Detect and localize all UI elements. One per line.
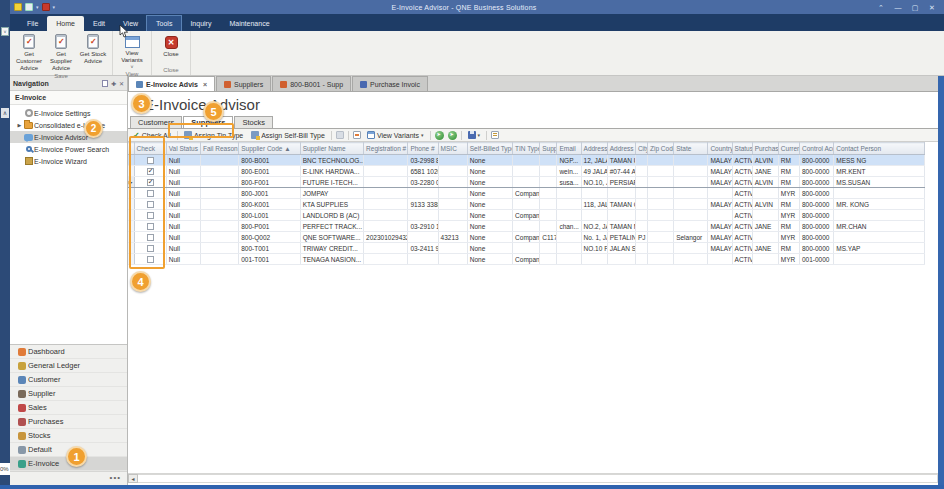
grid-cell[interactable] (647, 254, 673, 265)
grid-cell[interactable]: None (467, 232, 512, 243)
column-header-status[interactable]: Status (732, 143, 752, 155)
grid-cell[interactable]: 800-Q002 (239, 232, 300, 243)
grid-cell[interactable]: RM (778, 155, 799, 166)
expander-icon[interactable]: ▶ (16, 122, 23, 128)
grid-cell[interactable]: None (467, 210, 512, 221)
grid-cell[interactable] (200, 210, 238, 221)
ribbon-tab-home[interactable]: Home (47, 16, 84, 31)
grid-cell[interactable] (647, 177, 673, 188)
grid-cell[interactable] (438, 221, 467, 232)
note-icon[interactable] (14, 3, 22, 11)
grid-cell[interactable]: MALAYSIA (708, 177, 732, 188)
grid-cell[interactable]: None (467, 155, 512, 166)
grid-cell[interactable]: ACTIVE (732, 177, 752, 188)
grid-cell[interactable]: None (467, 221, 512, 232)
grid-cell[interactable]: JANE (752, 243, 778, 254)
grid-cell[interactable]: 800-T001 (239, 243, 300, 254)
grid-cell[interactable]: PETALING... (607, 232, 635, 243)
column-header-supplier-name[interactable]: Supplier Name (300, 143, 363, 155)
grid-cell[interactable] (364, 221, 408, 232)
grid-cell[interactable]: 6581 1020 (408, 166, 438, 177)
grid-cell[interactable]: MR.KENT (834, 166, 925, 177)
column-header-fail-reason[interactable]: Fail Reason (200, 143, 238, 155)
grid-cell[interactable]: ACTIVE (732, 232, 752, 243)
assign-self-bill-type-button[interactable]: Assign Self-Bill Type (249, 131, 327, 139)
table-row[interactable]: Null800-T001TRIWAY CREDIT...03-2411 9...… (128, 243, 925, 254)
column-header-email[interactable]: Email (557, 143, 581, 155)
sidebar-item-e-invoice-power-search[interactable]: E-Invoice Power Search (10, 143, 127, 155)
grid-cell[interactable] (540, 166, 557, 177)
close-button[interactable]: ✕Close (155, 33, 187, 66)
grid-cell[interactable]: 800-L001 (239, 210, 300, 221)
grid-cell[interactable] (540, 177, 557, 188)
grid-cell[interactable]: 800-0000 (799, 210, 833, 221)
table-row[interactable]: Null800-K001KTA SUPPLIES9133 3388None118… (128, 199, 925, 210)
column-header-address-1[interactable]: Address 1 (581, 143, 607, 155)
table-row[interactable]: Null800-P001PERFECT TRACK...03-2910 1...… (128, 221, 925, 232)
column-header-control-account[interactable]: Control Account (799, 143, 833, 155)
column-header-city[interactable]: City (635, 143, 647, 155)
grid-cell[interactable]: NO.10, JA... (581, 177, 607, 188)
table-row[interactable]: ▶Null800-F001FUTURE I-TECH...03-2280 0..… (128, 177, 925, 188)
grid-cell[interactable]: None (467, 199, 512, 210)
grid-cell[interactable] (438, 254, 467, 265)
grid-cell[interactable]: Null (166, 254, 200, 265)
grid-cell[interactable]: ALVIN (752, 177, 778, 188)
grid-cell[interactable]: MESS NG (834, 155, 925, 166)
grid-cell[interactable] (438, 243, 467, 254)
grid-cell[interactable] (200, 166, 238, 177)
grid-cell[interactable] (674, 243, 708, 254)
grid-cell[interactable]: 03-2998 8... (408, 155, 438, 166)
grid-cell[interactable] (674, 254, 708, 265)
column-header-supplier-tin[interactable]: Supplier TIN (540, 143, 557, 155)
grid-cell[interactable]: ACTIVE (732, 254, 752, 265)
grid-cell[interactable] (581, 188, 607, 199)
grid-cell[interactable] (364, 254, 408, 265)
grid-cell[interactable]: ACTIVE (732, 199, 752, 210)
close-icon[interactable]: ✕ (924, 2, 940, 13)
grid-cell[interactable] (200, 232, 238, 243)
column-header-purchaser[interactable]: Purchaser (752, 143, 778, 155)
copy-icon[interactable] (25, 3, 33, 11)
grid-cell[interactable]: Null (166, 166, 200, 177)
grid-cell[interactable]: MALAYSIA (708, 243, 732, 254)
module-item-sales[interactable]: Sales (10, 401, 127, 415)
grid-cell[interactable]: Company... (513, 188, 540, 199)
grid-cell[interactable] (200, 155, 238, 166)
grid-cell[interactable] (408, 188, 438, 199)
grid-cell[interactable] (364, 166, 408, 177)
grid-cell[interactable]: TAMAN C... (607, 199, 635, 210)
grid-cell[interactable]: 800-0000 (799, 155, 833, 166)
sidebar-item-consolidated-e-invoice[interactable]: ▶Consolidated e-Invoice (10, 119, 127, 131)
grid-cell[interactable]: 202301029432 (364, 232, 408, 243)
grid-cell[interactable]: MALAYSIA (708, 166, 732, 177)
grid-cell[interactable] (408, 232, 438, 243)
column-header-country[interactable]: Country (708, 143, 732, 155)
grid-cell[interactable] (834, 188, 925, 199)
close-panel-icon[interactable]: ✕ (119, 80, 124, 87)
grid-cell[interactable] (635, 199, 647, 210)
grid-cell[interactable] (752, 188, 778, 199)
grid-cell[interactable]: Company... (513, 210, 540, 221)
sidebar-item-e-invoice-advisor[interactable]: E-Invoice Advisor (10, 131, 127, 143)
grid-cell[interactable] (438, 210, 467, 221)
grid-cell[interactable]: MR.CHAN (834, 221, 925, 232)
module-item-supplier[interactable]: Supplier (10, 387, 127, 401)
grid-cell[interactable]: 12, JALAN... (581, 155, 607, 166)
grid-cell[interactable] (540, 221, 557, 232)
maximize-icon[interactable]: ▢ (907, 2, 923, 13)
grid-cell[interactable] (513, 243, 540, 254)
grid-cell[interactable]: 800-J001 (239, 188, 300, 199)
grid-cell[interactable] (635, 166, 647, 177)
grid-cell[interactable] (647, 232, 673, 243)
sidebar-item-e-invoice-settings[interactable]: E-Invoice Settings (10, 107, 127, 119)
grid-cell[interactable]: Null (166, 210, 200, 221)
doc-tab-suppliers[interactable]: Suppliers (216, 76, 271, 91)
grid-cell[interactable] (635, 254, 647, 265)
chevron-down-icon[interactable]: ▾ (36, 4, 39, 10)
grid-cell[interactable] (674, 188, 708, 199)
grid-cell[interactable] (708, 254, 732, 265)
grid-cell[interactable] (647, 199, 673, 210)
ribbon-tab-inquiry[interactable]: Inquiry (181, 16, 220, 31)
grid-cell[interactable]: ALVIN (752, 155, 778, 166)
